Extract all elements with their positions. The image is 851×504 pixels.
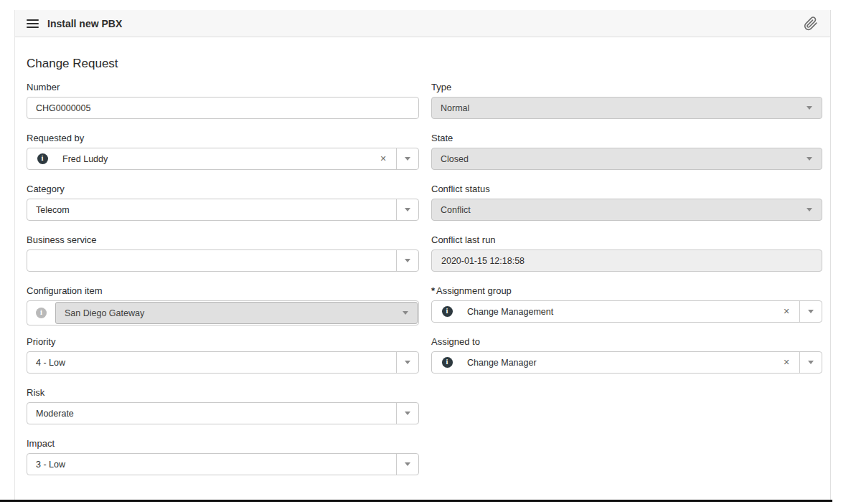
field-requested-by: Requested by i Fred Luddy ✕ [27, 133, 419, 170]
form-header-title: Install new PBX [47, 18, 122, 29]
form-grid: Number Requested by i Fred Luddy ✕ [27, 82, 821, 489]
priority-value: 4 - Low [27, 358, 396, 368]
risk-label: Risk [27, 387, 419, 398]
conflict-last-run-input [432, 250, 822, 271]
number-label: Number [27, 82, 419, 92]
requested-by-value[interactable]: Fred Luddy [57, 154, 370, 164]
change-request-form-panel: Install new PBX Change Request Number Re… [14, 10, 831, 500]
field-state: State Closed [431, 133, 822, 170]
hamburger-icon[interactable] [27, 17, 39, 30]
page-title: Change Request [27, 57, 821, 71]
priority-select[interactable]: 4 - Low [27, 351, 419, 374]
business-service-dropdown-button[interactable] [397, 250, 418, 271]
assignment-group-preview-button[interactable]: i [432, 301, 462, 322]
paperclip-icon[interactable] [803, 16, 819, 32]
requested-by-label: Requested by [27, 133, 419, 143]
info-icon: i [36, 308, 47, 318]
chevron-down-icon [807, 208, 812, 211]
chevron-down-icon [807, 106, 812, 110]
field-assignment-group: *Assignment group i Change Management ✕ [431, 285, 822, 323]
assigned-to-value[interactable]: Change Manager [462, 358, 774, 368]
category-select[interactable]: Telecom [27, 199, 419, 221]
assignment-group-field: i Change Management ✕ [431, 300, 822, 323]
assigned-to-lookup-button[interactable] [800, 352, 822, 373]
requested-by-lookup-button[interactable] [397, 148, 418, 169]
type-value: Normal [432, 103, 807, 113]
chevron-down-icon [808, 361, 814, 364]
chevron-down-icon [405, 361, 410, 364]
impact-select[interactable]: 3 - Low [27, 453, 419, 475]
conflict-status-label: Conflict status [431, 184, 822, 194]
configuration-item-disabled-input: San Diego Gateway [55, 302, 418, 324]
conflict-status-select-disabled: Conflict [431, 199, 822, 221]
field-impact: Impact 3 - Low [27, 438, 419, 475]
conflict-last-run-input-wrap [431, 249, 822, 272]
assignment-group-label: *Assignment group [431, 285, 822, 296]
field-business-service: Business service [27, 234, 419, 272]
field-conflict-last-run: Conflict last run [431, 234, 822, 272]
number-input[interactable] [27, 98, 418, 118]
category-value: Telecom [27, 205, 396, 215]
category-label: Category [27, 184, 419, 194]
assigned-to-preview-button[interactable]: i [432, 352, 462, 373]
required-marker: * [431, 285, 435, 296]
business-service-label: Business service [27, 234, 419, 245]
conflict-last-run-label: Conflict last run [431, 234, 822, 245]
category-dropdown-button[interactable] [397, 199, 418, 220]
priority-label: Priority [27, 336, 419, 347]
risk-value: Moderate [27, 409, 396, 419]
assignment-group-clear-button[interactable]: ✕ [774, 301, 799, 322]
chevron-down-icon [405, 259, 410, 262]
assignment-group-value[interactable]: Change Management [462, 307, 774, 317]
requested-by-field: i Fred Luddy ✕ [27, 148, 419, 170]
info-icon: i [442, 357, 453, 368]
requested-by-preview-button[interactable]: i [27, 148, 57, 169]
risk-select[interactable]: Moderate [27, 402, 419, 424]
impact-value: 3 - Low [27, 460, 396, 470]
state-value: Closed [432, 154, 807, 164]
chevron-down-icon [807, 157, 812, 161]
priority-dropdown-button[interactable] [397, 352, 418, 373]
configuration-item-preview-button: i [27, 301, 55, 325]
info-icon: i [37, 153, 48, 164]
conflict-status-value: Conflict [432, 205, 807, 215]
field-number: Number [27, 82, 419, 119]
assigned-to-field: i Change Manager ✕ [431, 351, 822, 374]
form-column-left: Number Requested by i Fred Luddy ✕ [27, 82, 419, 489]
field-assigned-to: Assigned to i Change Manager ✕ [431, 336, 822, 374]
field-category: Category Telecom [27, 184, 419, 221]
info-icon: i [442, 306, 453, 317]
configuration-item-label: Configuration item [27, 285, 419, 296]
requested-by-clear-button[interactable]: ✕ [370, 148, 396, 169]
assigned-to-label: Assigned to [431, 336, 822, 347]
chevron-down-icon [808, 310, 814, 313]
form-header: Install new PBX [15, 10, 830, 37]
impact-label: Impact [27, 438, 419, 449]
impact-dropdown-button[interactable] [397, 454, 418, 475]
field-risk: Risk Moderate [27, 387, 419, 424]
type-select-disabled: Normal [431, 97, 822, 119]
state-select-disabled: Closed [431, 148, 822, 170]
form-body: Change Request Number Requested by i [15, 57, 830, 489]
form-column-right: Type Normal State Closed Conflict status [431, 82, 822, 387]
assigned-to-clear-button[interactable]: ✕ [774, 352, 799, 373]
chevron-down-icon [403, 311, 408, 315]
state-label: State [431, 133, 822, 143]
field-type: Type Normal [431, 82, 822, 119]
chevron-down-icon [405, 462, 410, 466]
window-bottom-border [0, 500, 832, 502]
configuration-item-field: i San Diego Gateway [27, 300, 419, 325]
field-configuration-item: Configuration item i San Diego Gateway [27, 285, 419, 325]
chevron-down-icon [405, 412, 410, 415]
chevron-down-icon [405, 208, 410, 211]
field-priority: Priority 4 - Low [27, 336, 419, 374]
field-conflict-status: Conflict status Conflict [431, 184, 822, 221]
assignment-group-label-text: Assignment group [436, 285, 512, 296]
number-input-wrap [27, 97, 419, 119]
configuration-item-value: San Diego Gateway [56, 308, 403, 318]
type-label: Type [431, 82, 822, 92]
risk-dropdown-button[interactable] [397, 403, 418, 424]
assignment-group-lookup-button[interactable] [800, 301, 822, 322]
business-service-select[interactable] [27, 249, 419, 272]
chevron-down-icon [405, 157, 410, 161]
